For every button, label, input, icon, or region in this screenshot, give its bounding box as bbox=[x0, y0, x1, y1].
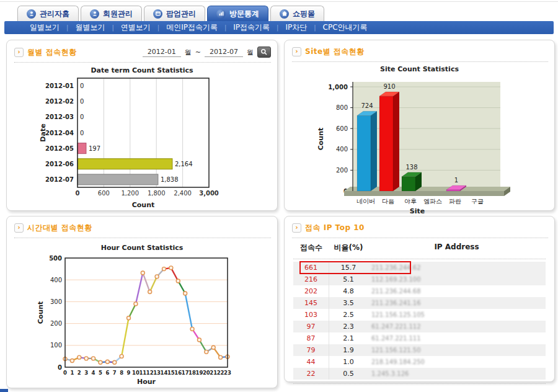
subnav-item-6[interactable]: IP차단 bbox=[278, 22, 314, 33]
ip-address-value: 211.236.244.62 bbox=[368, 264, 546, 271]
monthly-bar-chart: 06001,2001,8002,4003,0002012-0102012-020… bbox=[37, 76, 247, 217]
panel-ip-title: 접속 IP Top 10 bbox=[305, 223, 365, 233]
arrow-bullet-icon: › bbox=[292, 47, 301, 56]
ip-count-value[interactable]: 87 bbox=[293, 332, 329, 344]
svg-text:구글: 구글 bbox=[471, 198, 484, 205]
ip-count-value[interactable]: 79 bbox=[293, 344, 329, 356]
ip-address-value: 218.149.184.250 bbox=[368, 359, 546, 365]
subnav-item-4[interactable]: 메인IP접속기록 bbox=[159, 22, 224, 33]
svg-text:Hour: Hour bbox=[136, 378, 156, 386]
hourly-chart-area: Hour Count Statistics 010020030040050001… bbox=[7, 244, 277, 391]
svg-text:22: 22 bbox=[216, 370, 224, 376]
ip-ratio-value: 3.5 bbox=[329, 299, 368, 307]
ip-address-value: 121.156.125.105 bbox=[368, 311, 546, 318]
ip-count-value[interactable]: 661 bbox=[293, 262, 329, 274]
ip-count-value[interactable]: 202 bbox=[293, 285, 329, 297]
col-header-ratio: 비율(%) bbox=[329, 243, 368, 253]
subnav-item-1[interactable]: 일별보기 bbox=[23, 22, 66, 33]
ip-ratio-value: 15.7 bbox=[329, 264, 368, 272]
tab-shop[interactable]: 쇼핑몰 bbox=[270, 6, 324, 21]
svg-text:파란: 파란 bbox=[449, 198, 461, 205]
svg-text:0: 0 bbox=[76, 190, 80, 197]
ip-table-row: 441.0218.149.184.250 bbox=[293, 356, 546, 368]
top-divider bbox=[0, 1, 558, 2]
ip-table-row: 972.361.247.221.112 bbox=[293, 321, 546, 332]
ip-count-value[interactable]: 145 bbox=[293, 297, 329, 309]
ip-ratio-value: 2.1 bbox=[329, 334, 368, 342]
tab-popup[interactable]: 팝업관리 bbox=[144, 6, 205, 21]
svg-text:1,200: 1,200 bbox=[121, 190, 139, 197]
svg-text:600: 600 bbox=[98, 190, 110, 197]
tab-label: 쇼핑몰 bbox=[293, 9, 315, 19]
tab-members[interactable]: 회원관리 bbox=[81, 6, 142, 21]
date-from-input[interactable] bbox=[143, 47, 181, 57]
magnifier-icon bbox=[260, 48, 268, 56]
panel-hourly-title: 시간대별 접속현황 bbox=[27, 223, 92, 233]
svg-text:18: 18 bbox=[188, 370, 196, 376]
ip-address-value: 211.236.244.68 bbox=[368, 288, 546, 295]
ip-count-value[interactable]: 216 bbox=[293, 274, 329, 285]
ip-address-value: 61.247.221.111 bbox=[368, 335, 546, 342]
svg-text:21: 21 bbox=[210, 370, 217, 376]
ip-ratio-value: 1.9 bbox=[329, 346, 368, 354]
svg-text:1,838: 1,838 bbox=[161, 176, 179, 183]
footer-bar-fragment bbox=[0, 389, 8, 392]
svg-text:0: 0 bbox=[80, 130, 84, 136]
subnav-item-5[interactable]: IP접속기록 bbox=[226, 22, 277, 33]
visit-stats-icon bbox=[216, 9, 226, 19]
ip-table: 접속수 비율(%) IP Address 66115.7211.236.244.… bbox=[293, 239, 546, 384]
ip-address-value: 211.236.241.16 bbox=[368, 300, 546, 306]
date-to-input[interactable] bbox=[205, 47, 243, 57]
svg-text:10: 10 bbox=[131, 370, 139, 376]
panel-site-title: Site별 접속현황 bbox=[305, 47, 365, 57]
date-range-controls: 월 ~ 월 bbox=[143, 47, 271, 58]
svg-text:19: 19 bbox=[195, 370, 203, 376]
svg-text:2012-01: 2012-01 bbox=[45, 82, 74, 89]
panel-hourly-header: › 시간대별 접속현황 bbox=[14, 223, 271, 238]
ip-ratio-value: 2.3 bbox=[329, 323, 368, 331]
ip-count-value[interactable]: 97 bbox=[293, 321, 329, 332]
month-unit-label-2: 월 bbox=[247, 48, 254, 57]
subnav-item-2[interactable]: 월별보기 bbox=[68, 22, 112, 33]
col-header-ip: IP Address bbox=[368, 243, 546, 253]
svg-text:2012-02: 2012-02 bbox=[45, 98, 74, 105]
svg-text:600: 600 bbox=[335, 125, 347, 132]
admin-home-icon bbox=[27, 9, 36, 19]
svg-text:17: 17 bbox=[181, 370, 188, 376]
monthly-chart-title: Date term Count Statistics bbox=[91, 66, 193, 74]
ip-count-value[interactable]: 44 bbox=[293, 356, 329, 368]
svg-text:Count: Count bbox=[37, 301, 45, 324]
svg-text:Date: Date bbox=[39, 123, 47, 141]
shop-icon bbox=[280, 9, 289, 19]
tab-admin-home[interactable]: 관리자홈 bbox=[17, 6, 79, 21]
panel-ip-header: › 접속 IP Top 10 bbox=[292, 223, 548, 238]
subnav-item-3[interactable]: 연별보기 bbox=[114, 22, 157, 33]
ip-count-value[interactable]: 22 bbox=[293, 368, 329, 380]
ip-ratio-value: 2.5 bbox=[329, 311, 368, 319]
svg-text:네이버: 네이버 bbox=[356, 198, 375, 205]
tab-visit-stats[interactable]: 방문통계 bbox=[207, 6, 268, 21]
svg-text:100: 100 bbox=[50, 342, 61, 349]
svg-text:1,000: 1,000 bbox=[328, 84, 348, 91]
svg-text:15: 15 bbox=[167, 370, 174, 376]
main-tab-bar: 관리자홈회원관리팝업관리방문통계쇼핑몰 bbox=[17, 5, 326, 21]
tab-label: 관리자홈 bbox=[40, 9, 69, 19]
svg-text:2012-04: 2012-04 bbox=[45, 130, 74, 136]
subnav-item-7[interactable]: CPC안내기록 bbox=[316, 22, 374, 33]
search-button[interactable] bbox=[257, 47, 271, 58]
ip-address-value: 1.245.3.126 bbox=[368, 370, 546, 377]
svg-text:Count: Count bbox=[132, 201, 155, 209]
svg-text:13: 13 bbox=[153, 370, 161, 376]
panel-site-header: › Site별 접속현황 bbox=[292, 47, 548, 62]
svg-text:0: 0 bbox=[80, 98, 84, 105]
svg-text:910: 910 bbox=[383, 83, 395, 90]
svg-text:Count: Count bbox=[317, 128, 325, 151]
site-chart-title: Site Count Statistics bbox=[380, 65, 459, 73]
ip-count-value[interactable]: 103 bbox=[293, 309, 329, 321]
svg-text:400: 400 bbox=[50, 277, 61, 283]
ip-table-row: 1032.5121.156.125.105 bbox=[293, 309, 546, 321]
tab-label: 팝업관리 bbox=[166, 9, 196, 19]
svg-text:6: 6 bbox=[105, 370, 109, 376]
month-unit-label: 월 bbox=[185, 48, 192, 57]
ip-address-value: 121.156.121.50 bbox=[368, 347, 546, 354]
